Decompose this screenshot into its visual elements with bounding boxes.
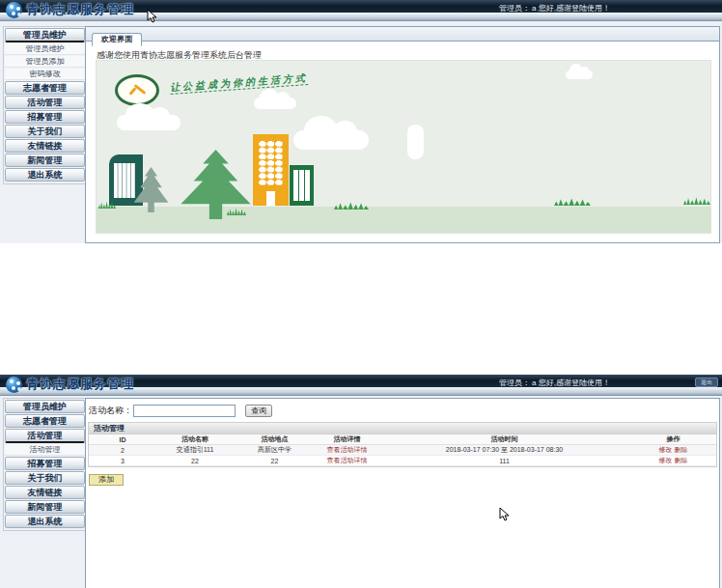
query-button[interactable]: 查询 bbox=[245, 405, 272, 417]
view-detail-link[interactable]: 查看活动详情 bbox=[327, 446, 368, 453]
cell-time: 2018-03-17 07:30 至 2018-03-17 08:30 bbox=[378, 445, 630, 456]
page-canvas: 青协志愿服务管理 管理员： a 您好,感谢登陆使用！ 管理员维护 管理员维护 管… bbox=[0, 0, 722, 588]
activity-search-bar: 活动名称： 查询 bbox=[89, 405, 719, 417]
table-header-row: ID 活动名称 活动地点 活动详情 活动时间 操作 bbox=[89, 434, 716, 445]
add-button[interactable]: 添加 bbox=[89, 474, 124, 486]
app-logo-icon bbox=[6, 377, 22, 393]
sidebar-item-about-us[interactable]: 关于我们 bbox=[5, 125, 85, 138]
column-header-name: 活动名称 bbox=[156, 434, 234, 445]
sidebar-item-exit-system[interactable]: 退出系统 bbox=[5, 168, 85, 182]
cell-time: 111 bbox=[378, 456, 630, 466]
view-detail-link[interactable]: 查看活动详情 bbox=[327, 457, 368, 463]
cloud-icon bbox=[293, 130, 369, 150]
cell-name: 22 bbox=[156, 456, 234, 466]
sidebar-subitem-password-change[interactable]: 密码修改 bbox=[5, 69, 85, 80]
green-building-icon bbox=[290, 165, 314, 206]
grass-field bbox=[97, 207, 710, 233]
cloud-icon bbox=[117, 115, 180, 130]
cloud-icon bbox=[254, 98, 296, 109]
sidebar-item-activity-mgmt[interactable]: 活动管理 bbox=[5, 96, 85, 109]
activity-panel: 活动名称： 查询 活动管理 ID 活动名称 活动地点 bbox=[85, 398, 720, 588]
sidebar-item-news-mgmt[interactable]: 新闻管理 bbox=[5, 500, 85, 514]
sidebar-item-volunteer-mgmt[interactable]: 志愿者管理 bbox=[5, 81, 85, 95]
column-header-time: 活动时间 bbox=[378, 434, 630, 445]
cloud-icon bbox=[566, 70, 593, 79]
building-windows bbox=[259, 141, 283, 185]
cell-id: 2 bbox=[89, 445, 156, 456]
app-title: 青协志愿服务管理 bbox=[26, 376, 134, 393]
tab-welcome[interactable]: 欢迎界面 bbox=[92, 33, 142, 46]
activity-table: 活动管理 ID 活动名称 活动地点 活动详情 活动时间 操作 bbox=[88, 422, 717, 467]
sidebar-subitem-activity-mgmt[interactable]: 活动管理 bbox=[5, 444, 85, 456]
table-title: 活动管理 bbox=[89, 423, 716, 434]
admin-status-text: 管理员： a 您好,感谢登陆使用！ bbox=[499, 378, 610, 388]
sidebar-item-recruit-mgmt[interactable]: 招募管理 bbox=[5, 110, 85, 124]
welcome-panel: 欢迎界面 感谢您使用青协志愿服务管理系统后台管理 让公益成为你的生活方式 bbox=[85, 26, 720, 243]
table-row: 3 22 22 查看活动详情 111 修改 删除 bbox=[89, 456, 716, 466]
cell-id: 3 bbox=[89, 456, 156, 466]
clock-icon bbox=[115, 74, 159, 106]
grass-tuft-icon bbox=[683, 197, 710, 205]
tab-bar: 欢迎界面 bbox=[86, 27, 719, 42]
cell-place: 22 bbox=[234, 456, 316, 466]
cell-place: 高新区中学 bbox=[234, 445, 316, 456]
app-header: 青协志愿服务管理 管理员： a 您好,感谢登陆使用！ 退出 bbox=[0, 375, 722, 395]
edit-link[interactable]: 修改 bbox=[659, 446, 673, 453]
sidebar-item-about-us[interactable]: 关于我们 bbox=[5, 471, 85, 485]
screen-activity-list: 青协志愿服务管理 管理员： a 您好,感谢登陆使用！ 退出 管理员维护 志愿者管… bbox=[0, 375, 722, 588]
sidebar-item-friend-links[interactable]: 友情链接 bbox=[5, 486, 85, 499]
white-building-icon bbox=[407, 125, 424, 159]
delete-link[interactable]: 删除 bbox=[674, 446, 687, 453]
activity-name-label: 活动名称： bbox=[89, 405, 132, 417]
admin-status-text: 管理员： a 您好,感谢登陆使用！ bbox=[499, 3, 610, 14]
logout-corner-button[interactable]: 退出 bbox=[695, 378, 718, 387]
edit-link[interactable]: 修改 bbox=[659, 457, 673, 463]
column-header-detail: 活动详情 bbox=[316, 434, 378, 445]
screen-welcome: 青协志愿服务管理 管理员： a 您好,感谢登陆使用！ 管理员维护 管理员维护 管… bbox=[0, 0, 722, 243]
sidebar-item-volunteer-mgmt[interactable]: 志愿者管理 bbox=[5, 414, 85, 428]
sidebar-item-news-mgmt[interactable]: 新闻管理 bbox=[5, 154, 85, 167]
activity-name-input[interactable] bbox=[133, 405, 236, 417]
orange-building-icon bbox=[253, 134, 289, 206]
sidebar-item-friend-links[interactable]: 友情链接 bbox=[5, 139, 85, 153]
column-header-id: ID bbox=[89, 434, 156, 445]
grass-tuft-icon bbox=[554, 198, 591, 206]
sidebar-item-exit-system[interactable]: 退出系统 bbox=[5, 515, 85, 528]
sidebar-item-activity-mgmt[interactable]: 活动管理 bbox=[5, 429, 85, 443]
app-header: 青协志愿服务管理 管理员： a 您好,感谢登陆使用！ bbox=[0, 0, 722, 20]
building-windows bbox=[293, 170, 310, 201]
app-logo-icon bbox=[6, 2, 22, 18]
cell-name: 交通指引111 bbox=[156, 445, 234, 456]
sidebar-item-admin-maintain[interactable]: 管理员维护 bbox=[5, 400, 85, 413]
table-row: 2 交通指引111 高新区中学 查看活动详情 2018-03-17 07:30 … bbox=[89, 445, 716, 456]
building-windows bbox=[114, 163, 135, 198]
sidebar-menu: 管理员维护 管理员维护 管理员添加 密码修改 志愿者管理 活动管理 招募管理 关… bbox=[3, 26, 87, 184]
sidebar-item-admin-maintain[interactable]: 管理员维护 bbox=[5, 28, 85, 42]
welcome-banner-illustration: 让公益成为你的生活方式 bbox=[96, 60, 711, 234]
building-door bbox=[266, 191, 275, 206]
banner-slogan: 让公益成为你的生活方式 bbox=[170, 71, 309, 95]
sidebar-subitem-admin-maintain[interactable]: 管理员维护 bbox=[5, 43, 85, 55]
column-header-place: 活动地点 bbox=[234, 434, 316, 445]
delete-link[interactable]: 删除 bbox=[674, 457, 687, 463]
sidebar-item-recruit-mgmt[interactable]: 招募管理 bbox=[5, 457, 85, 470]
app-title: 青协志愿服务管理 bbox=[26, 1, 134, 18]
column-header-actions: 操作 bbox=[630, 434, 716, 445]
sidebar-menu: 管理员维护 志愿者管理 活动管理 活动管理 招募管理 关于我们 友情链接 新闻管… bbox=[3, 398, 87, 531]
sidebar-subitem-admin-add[interactable]: 管理员添加 bbox=[5, 56, 85, 68]
